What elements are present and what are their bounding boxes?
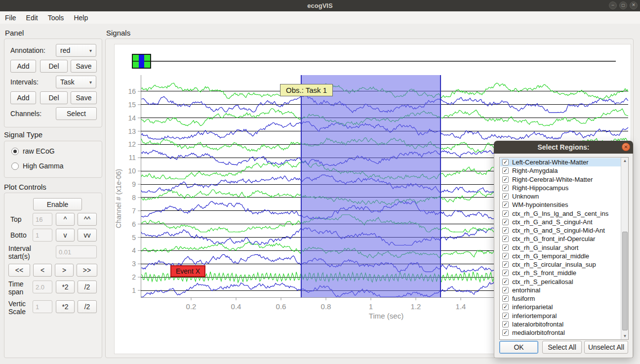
- nav-first-button[interactable]: <<: [8, 264, 30, 277]
- region-row[interactable]: ✓inferiortemporal: [500, 312, 621, 320]
- bottom-label: Botto: [10, 229, 27, 242]
- minimize-icon[interactable]: –: [609, 1, 617, 9]
- region-row[interactable]: ✓ctx_rh_G_front_inf-Opercular: [500, 235, 621, 243]
- region-row[interactable]: ✓lateralorbitofrontal: [500, 320, 621, 328]
- bottom-down-button[interactable]: v: [56, 229, 75, 242]
- scrollbar-thumb[interactable]: [622, 232, 628, 330]
- checkbox-checked-icon[interactable]: ✓: [502, 227, 509, 234]
- maximize-icon[interactable]: ▢: [619, 1, 627, 9]
- region-row[interactable]: ✓medialorbitofrontal: [500, 328, 621, 337]
- menu-file[interactable]: File: [5, 14, 16, 22]
- region-row[interactable]: ✓ctx_rh_G_insular_short: [500, 243, 621, 252]
- bottom-down-fast-button[interactable]: vv: [78, 229, 97, 242]
- enable-button[interactable]: Enable: [33, 198, 82, 210]
- checkbox-checked-icon[interactable]: ✓: [502, 329, 509, 336]
- svg-text:9: 9: [132, 180, 136, 188]
- annotation-combobox[interactable]: red ▾: [56, 44, 96, 57]
- unselect-all-button[interactable]: Unselect All: [584, 341, 628, 354]
- nav-prev-button[interactable]: <: [33, 264, 52, 277]
- intervals-del-button[interactable]: Del: [40, 91, 68, 104]
- intervals-add-button[interactable]: Add: [10, 91, 36, 104]
- checkbox-checked-icon[interactable]: ✓: [502, 261, 509, 268]
- checkbox-checked-icon[interactable]: ✓: [502, 321, 509, 327]
- checkbox-checked-icon[interactable]: ✓: [502, 313, 509, 319]
- channels-select-button[interactable]: Select: [56, 107, 97, 120]
- checkbox-checked-icon[interactable]: ✓: [502, 167, 509, 174]
- radio-unselected-icon: [11, 162, 19, 170]
- intervals-save-button[interactable]: Save: [71, 91, 97, 104]
- region-row[interactable]: ✓WM-hypointensities: [500, 201, 621, 209]
- checkbox-checked-icon[interactable]: ✓: [502, 236, 509, 242]
- dialog-close-icon[interactable]: ✕: [622, 143, 630, 151]
- bottom-input[interactable]: 1: [33, 229, 52, 242]
- checkbox-checked-icon[interactable]: ✓: [502, 193, 509, 200]
- checkbox-checked-icon[interactable]: ✓: [502, 176, 509, 183]
- scroll-down-icon[interactable]: ▼: [621, 333, 629, 339]
- region-row[interactable]: ✓ctx_rh_S_front_middle: [500, 269, 621, 277]
- time-span-double-button[interactable]: *2: [56, 281, 75, 293]
- intervals-combobox[interactable]: Task ▾: [56, 76, 96, 88]
- time-span-input[interactable]: 2.0: [33, 281, 52, 293]
- vertical-scale-half-button[interactable]: /2: [78, 300, 97, 313]
- region-row[interactable]: ✓Right-Cerebral-White-Matter: [500, 175, 621, 184]
- radio-raw-ecog[interactable]: raw ECoG: [11, 147, 55, 155]
- scroll-up-icon[interactable]: ▲: [621, 158, 629, 164]
- checkbox-checked-icon[interactable]: ✓: [502, 219, 509, 225]
- region-row[interactable]: ✓Right-Hippocampus: [500, 184, 621, 192]
- ok-button[interactable]: OK: [499, 341, 538, 354]
- checkbox-checked-icon[interactable]: ✓: [502, 202, 509, 208]
- scrollbar[interactable]: ▲ ▼: [621, 158, 628, 339]
- checkbox-checked-icon[interactable]: ✓: [502, 304, 509, 310]
- checkbox-checked-icon[interactable]: ✓: [502, 287, 509, 293]
- close-icon[interactable]: ✕: [630, 1, 638, 9]
- nav-last-button[interactable]: >>: [77, 264, 97, 277]
- checkbox-checked-icon[interactable]: ✓: [502, 295, 509, 302]
- annotation-del-button[interactable]: Del: [40, 60, 68, 73]
- checkbox-checked-icon[interactable]: ✓: [502, 279, 509, 285]
- region-label: ctx_rh_G_and_S_cingul-Ant: [512, 218, 593, 226]
- radio-high-gamma[interactable]: High Gamma: [11, 162, 63, 170]
- region-row[interactable]: ✓Right-Amygdala: [500, 166, 621, 175]
- region-row[interactable]: ✓entorhinal: [500, 286, 621, 294]
- menu-tools[interactable]: Tools: [48, 14, 64, 22]
- select-all-button[interactable]: Select All: [542, 341, 582, 354]
- time-span-half-button[interactable]: /2: [78, 281, 97, 293]
- region-row[interactable]: ✓Unknown: [500, 192, 621, 201]
- svg-text:7: 7: [132, 207, 136, 215]
- menu-help[interactable]: Help: [74, 14, 88, 22]
- vertical-scale-input[interactable]: 1: [33, 300, 52, 313]
- time-span-label: Time span: [8, 280, 31, 296]
- interval-start-input[interactable]: 0.01: [56, 245, 97, 258]
- region-row[interactable]: ✓ctx_rh_G_temporal_middle: [500, 252, 621, 260]
- event-annotation[interactable]: Event X: [170, 265, 205, 277]
- dialog-title-bar[interactable]: Select Regions: ✕: [494, 141, 633, 154]
- region-row[interactable]: ✓ctx_rh_G_Ins_lg_and_S_cent_ins: [500, 209, 621, 218]
- checkbox-checked-icon[interactable]: ✓: [502, 210, 509, 217]
- selected-interval-region[interactable]: [301, 75, 440, 297]
- vertical-scale-double-button[interactable]: *2: [56, 300, 75, 313]
- region-row[interactable]: ✓fusiform: [500, 294, 621, 303]
- region-row[interactable]: ✓Left-Cerebral-White-Matter: [500, 158, 621, 166]
- svg-text:8: 8: [132, 194, 136, 202]
- svg-text:0.2: 0.2: [186, 302, 197, 311]
- checkbox-checked-icon[interactable]: ✓: [502, 270, 509, 276]
- region-row[interactable]: ✓ctx_rh_G_and_S_cingul-Ant: [500, 218, 621, 226]
- annotation-save-button[interactable]: Save: [71, 60, 97, 73]
- svg-text:6: 6: [132, 220, 136, 228]
- region-list[interactable]: ✓Left-Cerebral-White-Matter✓Right-Amygda…: [499, 157, 629, 340]
- region-row[interactable]: ✓ctx_rh_S_pericallosal: [500, 278, 621, 286]
- svg-text:5: 5: [132, 234, 136, 242]
- checkbox-checked-icon[interactable]: ✓: [502, 244, 509, 251]
- top-up-button[interactable]: ^: [56, 213, 75, 226]
- nav-next-button[interactable]: >: [55, 264, 74, 277]
- checkbox-checked-icon[interactable]: ✓: [502, 185, 509, 191]
- top-up-fast-button[interactable]: ^^: [78, 213, 97, 226]
- annotation-add-button[interactable]: Add: [10, 60, 36, 73]
- checkbox-checked-icon[interactable]: ✓: [502, 253, 509, 259]
- region-row[interactable]: ✓ctx_rh_S_circular_insula_sup: [500, 260, 621, 269]
- region-row[interactable]: ✓inferiorparietal: [500, 303, 621, 311]
- checkbox-checked-icon[interactable]: ✓: [502, 159, 509, 165]
- region-row[interactable]: ✓ctx_rh_G_and_S_cingul-Mid-Ant: [500, 226, 621, 235]
- top-input[interactable]: 16: [33, 213, 52, 226]
- menu-edit[interactable]: Edit: [26, 14, 38, 22]
